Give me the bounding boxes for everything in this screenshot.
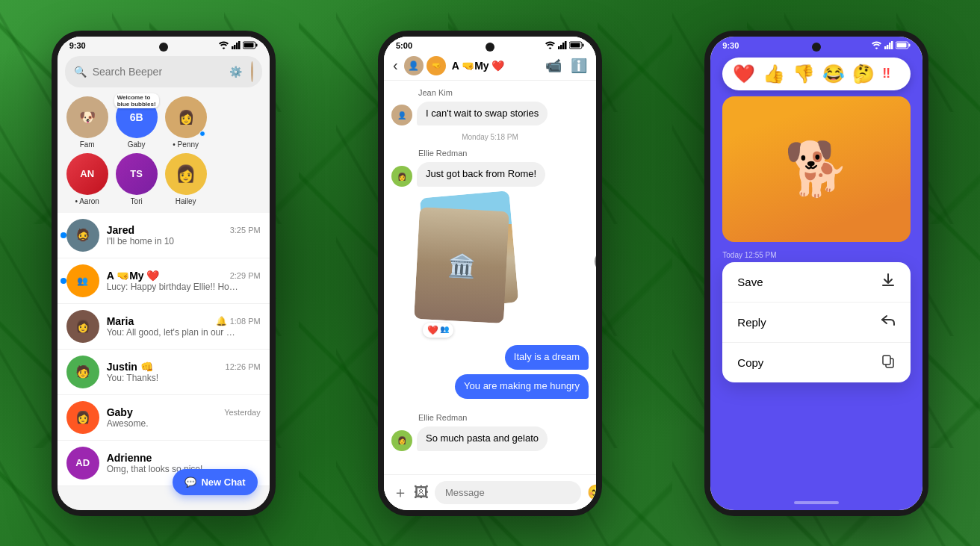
chat-bubble-icon: 💬 [184,477,196,488]
reaction-heart-btn[interactable]: ❤️ [733,63,755,84]
reaction-think-btn[interactable]: 🤔 [852,63,875,84]
signal-icon [232,41,241,49]
chat-preview-gaby: Awesome. [107,418,241,429]
msg-avatar-ellie2: 👩 [391,430,412,451]
photo-placeholder-2: 🏛️ [414,207,509,323]
svg-rect-22 [883,356,890,364]
context-copy[interactable]: Copy [722,343,911,382]
chat-item-justin[interactable]: 🧑 Justin 👊 12:26 PM You: Thanks! [58,350,270,395]
reaction-thumbsup-btn[interactable]: 👍 [763,63,785,84]
camera-notch [159,43,168,52]
reaction-laugh-btn[interactable]: 😂 [822,63,845,84]
chat-name-justin: Justin 👊 [107,361,153,373]
status-icons-2 [545,41,584,49]
svg-rect-14 [884,46,887,49]
chat-item-jared[interactable]: 🧔 Jared 3:25 PM I'll be home in 10 [58,213,270,258]
story-label-gaby: Gaby [128,140,146,149]
unread-dot-penny [199,131,205,137]
story-avatar-hailey[interactable]: 👩 [165,153,207,195]
context-save[interactable]: Save [722,262,911,303]
story-label-tori: Tori [131,197,143,205]
svg-rect-12 [582,44,583,47]
chat-item-gaby[interactable]: 👩 Gaby Yesterday Awesome. [58,395,270,441]
reply-icon [881,313,896,332]
download-button[interactable]: ⬇ [595,249,596,273]
back-button[interactable]: ‹ [393,57,398,74]
unread-dot-jared [61,232,66,238]
settings-icon[interactable]: ⚙️ [229,66,242,78]
info-icon[interactable]: ℹ️ [571,58,587,74]
svg-rect-15 [887,45,889,49]
story-tori[interactable]: TS Tori [116,153,158,205]
story-label-fam: Fam [80,140,95,149]
new-chat-button[interactable]: 💬 New Chat [173,469,257,495]
avatar-justin: 🧑 [66,356,99,388]
signal-icon-2 [558,41,567,49]
story-hailey[interactable]: 👩 Hailey [165,153,207,205]
photo-stack[interactable]: 🍹 🏛️ ❤️ 👥 [417,194,521,329]
camera-notch-3 [812,43,821,52]
battery-icon-2 [569,41,584,49]
msg-row-ellie2: 👩 So much pasta and gelato [391,426,589,451]
photo-preview[interactable]: 🐕 [722,96,911,242]
search-input[interactable] [93,66,223,78]
chat-name-adrienne: Adrienne [107,452,152,464]
chat-item-amy[interactable]: 👥 A 🤜My ❤️ 2:29 PM Lucy: Happy birthday … [58,258,270,304]
chat-time-gaby: Yesterday [224,408,261,417]
bubble-ellie1: Just got back from Rome! [417,162,545,187]
svg-rect-6 [244,43,253,48]
search-bar[interactable]: 🔍 ⚙️ [65,56,262,87]
image-icon[interactable]: 🖼 [414,484,429,501]
message-input[interactable] [435,481,581,504]
avatar-maria: 👩 [66,310,99,343]
context-reply[interactable]: Reply [722,303,911,343]
unread-dot-amy [61,278,66,284]
notification-badge-gaby: Welcome toblue bubbles! [114,93,159,108]
svg-rect-10 [565,41,567,49]
avatar-gaby: 👩 [66,401,99,434]
wifi-icon-2 [545,41,556,49]
video-icon[interactable]: 📹 [545,58,562,74]
story-label-hailey: Hailey [176,197,196,205]
story-aaron[interactable]: AN • Aaron [66,153,108,205]
story-avatar-tori[interactable]: TS [116,153,158,195]
time-2: 5:00 [396,41,412,50]
chat-content-amy: A 🤜My ❤️ 2:29 PM Lucy: Happy birthday El… [107,270,261,292]
story-fam[interactable]: 🐶 Fam [66,96,108,149]
story-label-penny: • Penny [173,140,199,149]
mute-icon: 🔔 [216,316,227,326]
emoji-icon[interactable]: 😊 [587,483,596,501]
sender-name-jean: Jean Kim [391,88,589,97]
reaction-thumbsdown-btn[interactable]: 👎 [793,63,815,84]
chat-preview-justin: You: Thanks! [107,373,241,383]
wifi-icon [218,41,229,49]
copy-label: Copy [737,356,763,369]
emoji-reaction-bar: ❤️ 👍 👎 😂 🤔 ‼️ [722,58,911,90]
story-avatar-penny[interactable]: 👩 [165,96,207,138]
photo-reactions: ❤️ 👥 [423,323,453,338]
search-icon: 🔍 [74,66,87,78]
msg-avatar-ellie: 👩 [391,166,412,187]
status-icons-1 [218,41,258,49]
reaction-exclaim-btn[interactable]: ‼️ [882,66,890,81]
msg-row-sent1: Italy is a dream [391,345,589,370]
story-avatar-aaron[interactable]: AN [66,153,108,195]
svg-rect-0 [232,46,234,49]
sender-name-ellie2: Ellie Redman [391,413,589,422]
phone-chat-list: 9:30 🔍 ⚙ [52,31,276,516]
story-avatar-gaby[interactable]: 6B Welcome toblue bubbles! [116,96,158,138]
chat-content-justin: Justin 👊 12:26 PM You: Thanks! [107,361,261,383]
story-gaby[interactable]: 6B Welcome toblue bubbles! Gaby [116,96,158,149]
svg-rect-8 [560,45,562,49]
chat-time-justin: 12:26 PM [226,362,261,371]
sender-name-ellie: Ellie Redman [391,149,589,158]
story-label-aaron: • Aaron [75,197,99,205]
chat-preview-jared: I'll be home in 10 [107,236,241,246]
add-icon[interactable]: ＋ [393,483,408,503]
story-penny[interactable]: 👩 • Penny [165,96,207,149]
group-avatar-1: 👤 [404,56,424,75]
user-avatar[interactable] [251,61,253,82]
chat-item-maria[interactable]: 👩 Maria 🔔 1:08 PM You: All good, let's p… [58,304,270,350]
story-avatar-fam[interactable]: 🐶 [66,96,108,138]
avatar-jared: 🧔 [66,219,99,252]
